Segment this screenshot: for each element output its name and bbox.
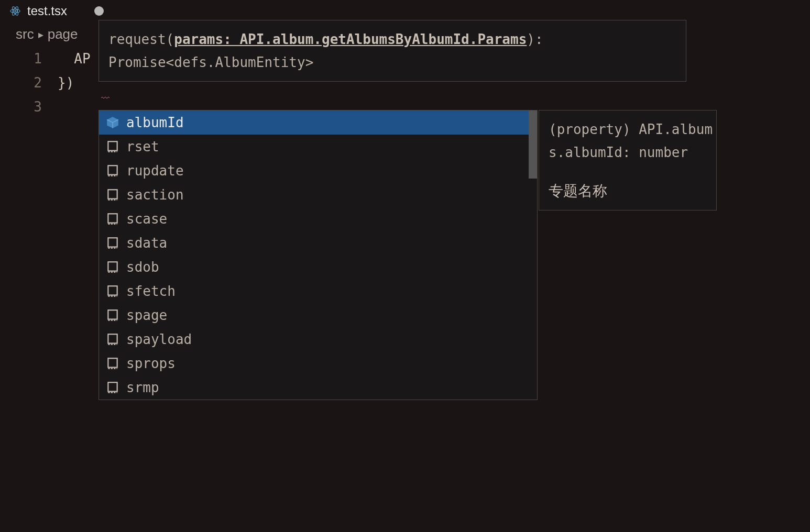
detail-line1: (property) API.album (549, 118, 707, 141)
autocomplete-label: sdata (126, 235, 167, 251)
autocomplete-label: rupdate (126, 163, 184, 179)
react-icon (9, 5, 21, 17)
autocomplete-item[interactable]: scase (99, 207, 537, 231)
signature-help-tooltip: request(params: API.album.getAlbumsByAlb… (98, 20, 686, 82)
detail-documentation: 专题名称 (549, 180, 707, 203)
snippet-icon (105, 356, 120, 371)
autocomplete-label: sdob (126, 259, 159, 275)
svg-rect-4 (108, 141, 117, 150)
svg-rect-14 (108, 382, 117, 391)
svg-rect-5 (108, 165, 117, 174)
autocomplete-label: srmp (126, 380, 159, 395)
snippet-icon (105, 139, 120, 154)
autocomplete-item[interactable]: rset (99, 135, 537, 159)
svg-rect-10 (108, 286, 117, 295)
snippet-icon (105, 284, 120, 298)
autocomplete-label: rset (126, 139, 159, 154)
signature-prefix: request( (108, 31, 174, 47)
error-squiggle-icon: 〰 (101, 86, 110, 110)
autocomplete-item[interactable]: sdob (99, 255, 537, 279)
tab-testtsx[interactable]: test.tsx (0, 0, 113, 22)
snippet-icon (105, 308, 120, 323)
autocomplete-label: albumId (126, 115, 184, 130)
svg-rect-8 (108, 238, 117, 247)
code-text: AP (74, 51, 90, 66)
autocomplete-item[interactable]: spage (99, 303, 537, 327)
autocomplete-label: spayload (126, 331, 192, 347)
svg-rect-7 (108, 214, 117, 223)
snippet-icon (105, 236, 120, 250)
code-text: }) (58, 75, 74, 91)
svg-point-0 (14, 10, 16, 12)
svg-rect-9 (108, 262, 117, 271)
detail-line2: s.albumId: number (549, 141, 707, 164)
snippet-icon (105, 380, 120, 395)
svg-rect-13 (108, 358, 117, 367)
signature-active-param: params: API.album.getAlbumsByAlbumId.Par… (174, 31, 527, 47)
snippet-icon (105, 332, 120, 347)
autocomplete-label: sfetch (126, 283, 176, 299)
chevron-right-icon: ▸ (38, 28, 43, 41)
snippet-icon (105, 212, 120, 226)
autocomplete-item[interactable]: spayload (99, 327, 537, 351)
autocomplete-list[interactable]: albumId rset rupdate saction scase (98, 110, 538, 400)
svg-rect-6 (108, 190, 117, 198)
svg-rect-11 (108, 310, 117, 319)
tab-bar: test.tsx (0, 0, 810, 22)
autocomplete-item[interactable]: albumId (99, 110, 537, 135)
autocomplete-item[interactable]: sprops (99, 351, 537, 375)
autocomplete-label: spage (126, 307, 167, 323)
autocomplete-label: sprops (126, 356, 176, 371)
tab-label: test.tsx (27, 4, 67, 18)
autocomplete-item[interactable]: sfetch (99, 279, 537, 303)
signature-suffix: ): (527, 31, 543, 47)
line-number: 1 (0, 47, 42, 71)
autocomplete-detail-panel: (property) API.album s.albumId: number 专… (539, 110, 717, 210)
property-icon (105, 115, 120, 130)
autocomplete-item[interactable]: saction (99, 183, 537, 207)
breadcrumb-item[interactable]: page (48, 26, 78, 42)
line-gutter: 1 2 3 (0, 47, 58, 119)
autocomplete-item[interactable]: srmp (99, 375, 537, 400)
line-number: 3 (0, 95, 42, 119)
snippet-icon (105, 163, 120, 178)
scrollbar-thumb[interactable] (529, 110, 537, 179)
line-number: 2 (0, 71, 42, 95)
modified-indicator-icon[interactable] (94, 6, 104, 16)
snippet-icon (105, 187, 120, 202)
signature-return: Promise<defs.AlbumEntity> (108, 54, 313, 70)
autocomplete-label: scase (126, 211, 167, 227)
snippet-icon (105, 260, 120, 274)
breadcrumb-item[interactable]: src (16, 26, 34, 42)
autocomplete-label: saction (126, 187, 184, 203)
autocomplete-item[interactable]: sdata (99, 231, 537, 255)
svg-rect-12 (108, 334, 117, 343)
autocomplete-item[interactable]: rupdate (99, 159, 537, 183)
